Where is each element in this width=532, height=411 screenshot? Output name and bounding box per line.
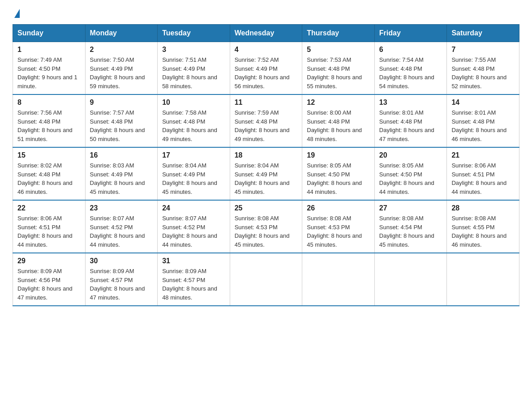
day-number: 4	[235, 46, 298, 54]
calendar-header-row: Sunday Monday Tuesday Wednesday Thursday…	[13, 25, 519, 42]
calendar-table: Sunday Monday Tuesday Wednesday Thursday…	[13, 24, 519, 306]
calendar-week-row: 29Sunrise: 8:09 AMSunset: 4:56 PMDayligh…	[13, 253, 519, 306]
day-info: Sunrise: 8:09 AMSunset: 4:56 PMDaylight:…	[17, 267, 81, 302]
day-info: Sunrise: 7:51 AMSunset: 4:49 PMDaylight:…	[162, 56, 225, 90]
header-friday: Friday	[374, 25, 447, 42]
day-number: 21	[451, 151, 515, 159]
day-info: Sunrise: 7:58 AMSunset: 4:48 PMDaylight:…	[162, 108, 225, 143]
day-info: Sunrise: 8:08 AMSunset: 4:54 PMDaylight:…	[379, 214, 442, 249]
header-monday: Monday	[85, 25, 158, 42]
day-info: Sunrise: 8:08 AMSunset: 4:53 PMDaylight:…	[235, 214, 298, 249]
day-info: Sunrise: 8:08 AMSunset: 4:55 PMDaylight:…	[451, 214, 515, 249]
table-row: 11Sunrise: 7:59 AMSunset: 4:48 PMDayligh…	[230, 94, 302, 147]
page-header	[13, 11, 519, 20]
day-number: 13	[379, 98, 442, 107]
table-row: 13Sunrise: 8:01 AMSunset: 4:48 PMDayligh…	[374, 94, 447, 147]
day-number: 24	[162, 204, 225, 212]
calendar-week-row: 22Sunrise: 8:06 AMSunset: 4:51 PMDayligh…	[13, 200, 519, 253]
table-row: 21Sunrise: 8:06 AMSunset: 4:51 PMDayligh…	[447, 147, 519, 200]
table-row: 20Sunrise: 8:05 AMSunset: 4:50 PMDayligh…	[374, 147, 447, 200]
table-row: 30Sunrise: 8:09 AMSunset: 4:57 PMDayligh…	[85, 253, 158, 306]
day-info: Sunrise: 7:59 AMSunset: 4:48 PMDaylight:…	[235, 108, 298, 143]
table-row: 1Sunrise: 7:49 AMSunset: 4:50 PMDaylight…	[13, 42, 86, 95]
logo-triangle-icon	[14, 9, 20, 18]
table-row: 3Sunrise: 7:51 AMSunset: 4:49 PMDaylight…	[158, 42, 230, 95]
day-number: 25	[235, 204, 298, 212]
table-row: 25Sunrise: 8:08 AMSunset: 4:53 PMDayligh…	[230, 200, 302, 253]
day-number: 8	[17, 98, 81, 107]
day-number: 27	[379, 204, 442, 212]
logo	[13, 11, 20, 20]
day-info: Sunrise: 8:00 AMSunset: 4:48 PMDaylight:…	[307, 108, 370, 143]
day-info: Sunrise: 7:52 AMSunset: 4:49 PMDaylight:…	[235, 56, 298, 90]
calendar-week-row: 8Sunrise: 7:56 AMSunset: 4:48 PMDaylight…	[13, 94, 519, 147]
day-number: 6	[379, 46, 442, 54]
day-number: 19	[307, 151, 370, 159]
table-row: 15Sunrise: 8:02 AMSunset: 4:48 PMDayligh…	[13, 147, 86, 200]
day-info: Sunrise: 8:03 AMSunset: 4:49 PMDaylight:…	[90, 161, 153, 196]
day-info: Sunrise: 8:07 AMSunset: 4:52 PMDaylight:…	[162, 214, 225, 249]
table-row	[374, 253, 447, 306]
header-sunday: Sunday	[13, 25, 86, 42]
table-row: 31Sunrise: 8:09 AMSunset: 4:57 PMDayligh…	[158, 253, 230, 306]
day-info: Sunrise: 8:01 AMSunset: 4:48 PMDaylight:…	[379, 108, 442, 143]
day-info: Sunrise: 7:57 AMSunset: 4:48 PMDaylight:…	[90, 108, 153, 143]
table-row: 27Sunrise: 8:08 AMSunset: 4:54 PMDayligh…	[374, 200, 447, 253]
day-info: Sunrise: 8:09 AMSunset: 4:57 PMDaylight:…	[90, 267, 153, 302]
day-info: Sunrise: 7:53 AMSunset: 4:48 PMDaylight:…	[307, 56, 370, 90]
day-info: Sunrise: 8:08 AMSunset: 4:53 PMDaylight:…	[307, 214, 370, 249]
day-info: Sunrise: 8:01 AMSunset: 4:48 PMDaylight:…	[451, 108, 515, 143]
day-info: Sunrise: 8:04 AMSunset: 4:49 PMDaylight:…	[162, 161, 225, 196]
day-info: Sunrise: 7:54 AMSunset: 4:48 PMDaylight:…	[379, 56, 442, 90]
day-number: 15	[17, 151, 81, 159]
header-saturday: Saturday	[447, 25, 519, 42]
day-info: Sunrise: 7:55 AMSunset: 4:48 PMDaylight:…	[451, 56, 515, 90]
day-info: Sunrise: 8:04 AMSunset: 4:49 PMDaylight:…	[235, 161, 298, 196]
day-number: 3	[162, 46, 225, 54]
day-number: 18	[235, 151, 298, 159]
day-number: 9	[90, 98, 153, 107]
day-info: Sunrise: 8:07 AMSunset: 4:52 PMDaylight:…	[90, 214, 153, 249]
day-number: 30	[90, 257, 153, 265]
table-row: 7Sunrise: 7:55 AMSunset: 4:48 PMDaylight…	[447, 42, 519, 95]
table-row: 8Sunrise: 7:56 AMSunset: 4:48 PMDaylight…	[13, 94, 86, 147]
table-row: 5Sunrise: 7:53 AMSunset: 4:48 PMDaylight…	[302, 42, 375, 95]
table-row: 29Sunrise: 8:09 AMSunset: 4:56 PMDayligh…	[13, 253, 86, 306]
day-number: 26	[307, 204, 370, 212]
header-thursday: Thursday	[302, 25, 375, 42]
day-info: Sunrise: 8:06 AMSunset: 4:51 PMDaylight:…	[17, 214, 81, 249]
day-info: Sunrise: 8:06 AMSunset: 4:51 PMDaylight:…	[451, 161, 515, 196]
table-row: 26Sunrise: 8:08 AMSunset: 4:53 PMDayligh…	[302, 200, 375, 253]
day-info: Sunrise: 8:05 AMSunset: 4:50 PMDaylight:…	[307, 161, 370, 196]
header-tuesday: Tuesday	[158, 25, 230, 42]
day-number: 12	[307, 98, 370, 107]
day-number: 28	[451, 204, 515, 212]
table-row: 12Sunrise: 8:00 AMSunset: 4:48 PMDayligh…	[302, 94, 375, 147]
table-row: 18Sunrise: 8:04 AMSunset: 4:49 PMDayligh…	[230, 147, 302, 200]
table-row: 23Sunrise: 8:07 AMSunset: 4:52 PMDayligh…	[85, 200, 158, 253]
table-row	[230, 253, 302, 306]
day-number: 1	[17, 46, 81, 54]
day-info: Sunrise: 7:56 AMSunset: 4:48 PMDaylight:…	[17, 108, 81, 143]
calendar-week-row: 1Sunrise: 7:49 AMSunset: 4:50 PMDaylight…	[13, 42, 519, 95]
day-number: 11	[235, 98, 298, 107]
table-row: 22Sunrise: 8:06 AMSunset: 4:51 PMDayligh…	[13, 200, 86, 253]
table-row: 2Sunrise: 7:50 AMSunset: 4:49 PMDaylight…	[85, 42, 158, 95]
day-number: 10	[162, 98, 225, 107]
day-number: 22	[17, 204, 81, 212]
day-number: 23	[90, 204, 153, 212]
table-row	[447, 253, 519, 306]
table-row: 17Sunrise: 8:04 AMSunset: 4:49 PMDayligh…	[158, 147, 230, 200]
table-row: 4Sunrise: 7:52 AMSunset: 4:49 PMDaylight…	[230, 42, 302, 95]
table-row: 14Sunrise: 8:01 AMSunset: 4:48 PMDayligh…	[447, 94, 519, 147]
header-wednesday: Wednesday	[230, 25, 302, 42]
day-info: Sunrise: 7:50 AMSunset: 4:49 PMDaylight:…	[90, 56, 153, 90]
day-number: 5	[307, 46, 370, 54]
day-number: 14	[451, 98, 515, 107]
day-number: 16	[90, 151, 153, 159]
day-number: 20	[379, 151, 442, 159]
day-info: Sunrise: 8:05 AMSunset: 4:50 PMDaylight:…	[379, 161, 442, 196]
table-row: 10Sunrise: 7:58 AMSunset: 4:48 PMDayligh…	[158, 94, 230, 147]
table-row: 24Sunrise: 8:07 AMSunset: 4:52 PMDayligh…	[158, 200, 230, 253]
table-row: 6Sunrise: 7:54 AMSunset: 4:48 PMDaylight…	[374, 42, 447, 95]
